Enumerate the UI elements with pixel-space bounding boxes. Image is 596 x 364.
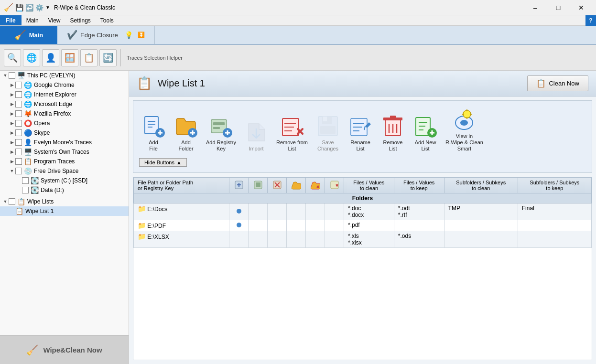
menu-file[interactable]: File [0,15,22,25]
sidebar-item-wipe-list-1[interactable]: 📋 Wipe List 1 [0,206,129,216]
checkbox-edge[interactable] [15,101,22,107]
cell-act4[interactable] [287,220,306,231]
menu-view[interactable]: View [43,15,65,25]
add-folder-button[interactable]: AddFolder [172,113,200,154]
sidebar-item-system-c[interactable]: 💽 System (C:) [SSD] [0,176,129,185]
sidebar-item-evelyn[interactable]: ▶ 👤 Evelyn Moore's Traces [0,138,129,147]
cell-act4[interactable] [287,203,306,220]
sidebar-item-data-d[interactable]: 💽 Data (D:) [0,185,129,195]
cell-act6[interactable] [325,231,344,247]
cell-act4[interactable] [287,231,306,247]
toolbar-arrow-btn[interactable]: 🔄 [99,49,117,66]
rename-list-button[interactable]: RenameList [346,113,375,154]
sidebar-item-system-traces[interactable]: ▶ 🖥️ System's Own Traces [0,147,129,157]
checkbox-program-traces[interactable] [15,158,22,165]
wipe-lists-icon: 📋 [17,198,25,205]
table-row[interactable]: 📁 E:\PDF*.pdf [134,220,592,231]
sidebar-item-firefox[interactable]: ▶ 🦊 Mozilla Firefox [0,109,129,118]
cell-act5[interactable] [306,220,325,231]
tab-main[interactable]: 🧹 Main [0,26,57,44]
cell-act6[interactable] [325,220,344,231]
table-row[interactable]: 📁 E:\Docs*.doc*.docx*.odt*.rtfTMPFinal [134,203,592,220]
toolbar: 🔍 🌐 👤 🪟 📋 🔄 Traces Selection Helper [0,45,596,71]
cell-act5[interactable] [306,203,325,220]
maximize-button[interactable]: □ [547,0,569,15]
checkbox-wipe-lists[interactable] [9,198,15,205]
sidebar-item-ie[interactable]: ▶ 🌐 Internet Explorer [0,90,129,99]
cell-act3[interactable] [268,220,287,231]
toolbar-user-btn[interactable]: 👤 [42,49,59,66]
checkbox-this-pc[interactable] [9,72,15,79]
sidebar-item-opera[interactable]: ▶ ⭕ Opera [0,118,129,128]
expand-icon-wipe-list-1 [9,209,15,214]
add-registry-key-button[interactable]: Add RegistryKey [204,113,238,154]
expand-icon-opera: ▶ [9,121,15,126]
cell-act5[interactable] [306,231,325,247]
sidebar-item-edge[interactable]: ▶ 🌐 Microsoft Edge [0,99,129,109]
menu-main[interactable]: Main [22,15,43,25]
sidebar-item-wipe-lists[interactable]: ▼ 📋 Wipe Lists [0,197,129,206]
expand-icon-system-traces: ▶ [9,150,15,154]
cell-act1[interactable] [229,203,249,220]
quick-access-icon1[interactable]: 💾 [15,4,23,11]
cell-act1[interactable] [229,231,249,247]
checkbox-c[interactable] [22,177,29,184]
sidebar-label-system-c: System (C:) [SSD] [41,177,87,184]
checkbox-ie[interactable] [15,91,22,98]
sidebar-label-this-pc: This PC (EVELYN) [27,72,75,79]
cell-act6[interactable] [325,203,344,220]
tab-edge-label: Edge Closure [80,32,118,39]
checkbox-skype[interactable] [15,129,22,136]
toolbar-globe-btn[interactable]: 🌐 [23,49,40,66]
cell-act2[interactable] [249,203,268,220]
add-file-button[interactable]: AddFile [139,113,168,154]
rename-list-icon [349,115,372,138]
cell-files-clean: *.doc*.docx [344,203,394,220]
sidebar-item-skype[interactable]: ▶ 🔵 Skype [0,128,129,138]
remove-list-icon [381,115,404,138]
cell-act2[interactable] [249,231,268,247]
sidebar-label-wipe-lists: Wipe Lists [27,198,54,205]
settings-icon[interactable]: ⚙️ [35,4,43,11]
sidebar-item-free-drive[interactable]: ▼ 💿 Free Drive Space [0,166,129,176]
sidebar-item-chrome[interactable]: ▶ 🌐 Google Chrome [0,80,129,90]
dropdown-arrow[interactable]: ▼ [45,5,50,10]
import-button[interactable]: Import [242,119,271,154]
checkbox-d[interactable] [22,187,29,193]
checkbox-free-drive[interactable] [15,168,22,174]
checkbox-evelyn[interactable] [15,139,22,146]
cell-act2[interactable] [249,220,268,231]
toolbar-windows-btn[interactable]: 🪟 [61,49,78,66]
help-button[interactable]: ? [585,15,596,26]
table-row[interactable]: 📁 E:\XLSX*.xls*.xlsx*.ods [134,231,592,247]
sidebar-item-this-pc[interactable]: ▼ 🖥️ This PC (EVELYN) [0,71,129,80]
checkbox-system-traces[interactable] [15,149,22,155]
cell-act3[interactable] [268,203,287,220]
col-icon-4 [292,180,301,190]
checkbox-firefox[interactable] [15,110,22,117]
view-in-rwipe-button[interactable]: View inR-Wipe & CleanSmart [444,107,485,154]
checkbox-chrome[interactable] [15,82,22,88]
minimize-button[interactable]: – [524,0,546,15]
add-new-list-button[interactable]: Add NewList [411,113,440,154]
close-button[interactable]: ✕ [570,0,592,15]
remove-list-button[interactable]: RemoveList [379,113,407,154]
toolbar-list-btn[interactable]: 📋 [80,49,98,66]
cell-act1[interactable] [229,220,249,231]
hide-buttons-button[interactable]: Hide Buttons ▲ [139,158,187,167]
save-changes-button[interactable]: SaveChanges [314,113,342,154]
col-act1 [229,177,249,193]
toolbar-wipe-btn[interactable]: 🔍 [4,49,21,66]
quick-access-icon2[interactable]: ↩️ [25,4,33,11]
remove-from-list-button[interactable]: Remove fromList [274,113,310,154]
col-icon-2 [253,180,263,190]
sidebar-item-program-traces[interactable]: ▶ 📋 Program Traces [0,157,129,166]
checkbox-opera[interactable] [15,120,22,127]
toolbar-helper-label: Traces Selection Helper [127,55,183,61]
wipe-clean-now-button[interactable]: 🧹 Wipe&Clean Now [0,335,129,364]
clean-now-button[interactable]: 📋 Clean Now [527,75,588,91]
menu-settings[interactable]: Settings [65,15,95,25]
cell-act3[interactable] [268,231,287,247]
menu-tools[interactable]: Tools [96,15,119,25]
tab-edge-closure[interactable]: ✔️ Edge Closure 💡 ⏬ [57,26,155,44]
